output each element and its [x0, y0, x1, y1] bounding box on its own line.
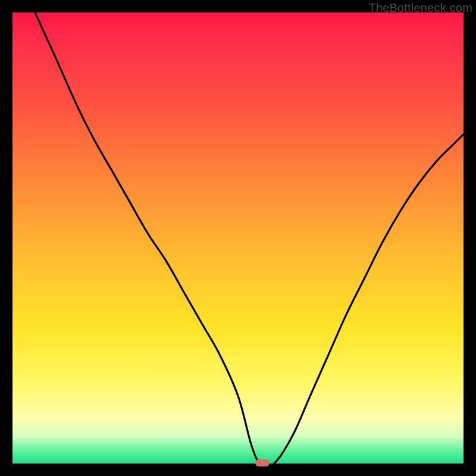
plot-area [12, 12, 464, 464]
attribution-text: TheBottleneck.com [368, 1, 472, 15]
bottleneck-curve [12, 12, 464, 464]
optimal-marker [255, 459, 270, 466]
chart-frame: TheBottleneck.com [0, 0, 476, 476]
